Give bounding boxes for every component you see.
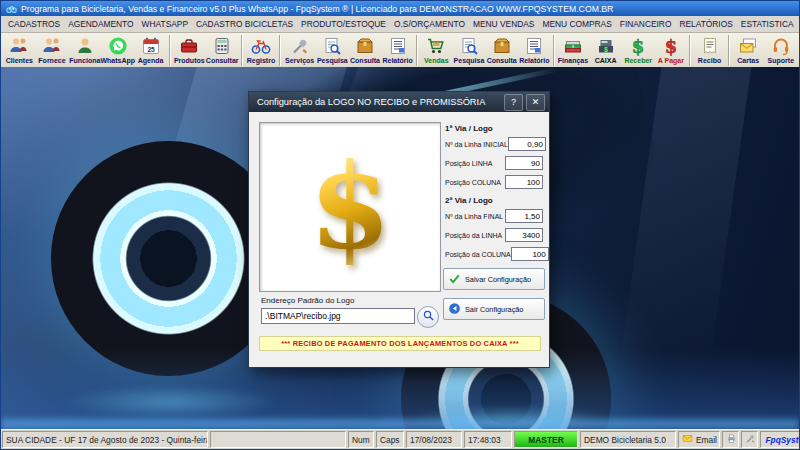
status-location-date-text: SUA CIDADE - UF 17 de Agosto de 2023 - Q… xyxy=(6,435,208,445)
check-icon xyxy=(448,272,461,287)
toolbar-fornecedores-label: Fornece xyxy=(38,57,65,64)
menu-agendamento[interactable]: AGENDAMENTO xyxy=(64,18,137,30)
window-title: Programa para Bicicletaria, Vendas e Fin… xyxy=(21,4,613,14)
status-user-text: MASTER xyxy=(528,435,563,445)
toolbar-vendas-button[interactable]: Vendas xyxy=(420,34,453,71)
toolbar-consulta-vendas-button[interactable]: Consulta xyxy=(485,34,518,71)
field-posi-o-linha-label: Posição LINHA xyxy=(445,160,492,167)
dialog-title: Configuração da LOGO NO RECIBO e PROMISS… xyxy=(257,97,501,107)
menu-whatsapp[interactable]: WHATSAPP xyxy=(138,18,192,30)
toolbar-financas-label: Finanças xyxy=(558,57,588,64)
toolbar-recibo-label: Recibo xyxy=(698,57,721,64)
toolbar-whatsapp-button[interactable]: WhatsApp xyxy=(101,34,134,71)
toolbar-servicos-label: Serviços xyxy=(285,57,314,64)
toolbar-whatsapp-label: WhatsApp xyxy=(100,57,135,64)
toolbar-separator xyxy=(416,35,418,66)
toolbar-relatorio-vendas-label: Relatório xyxy=(519,57,549,64)
toolbar-agenda-button[interactable]: 25Agenda xyxy=(134,34,167,71)
toolbar-relatorio-os-button[interactable]: Relatório xyxy=(381,34,414,71)
whatsapp-icon xyxy=(108,36,128,56)
toolbar-suporte-button[interactable]: Suporte xyxy=(764,34,797,71)
toolbar-receber-label: Receber xyxy=(624,57,652,64)
toolbar-caixa-button[interactable]: $CAIXA xyxy=(589,34,622,71)
toolbar-apagar-button[interactable]: $A Pagar xyxy=(655,34,688,71)
toolbar-recibo-button[interactable]: Recibo xyxy=(693,34,726,71)
toolbar-fornecedores-button[interactable]: Fornece xyxy=(36,34,69,71)
menu-relat-rios[interactable]: RELATÓRIOS xyxy=(675,18,736,30)
toolbar-produtos-button[interactable]: Produtos xyxy=(173,34,206,71)
field-posi-o-da-coluna-label: Posição da COLUNA xyxy=(445,251,511,258)
status-time-text: 17:48:03 xyxy=(468,435,501,445)
field-posi-o-linha-input[interactable] xyxy=(505,156,543,170)
dialog-close-button[interactable]: ✕ xyxy=(526,94,545,111)
dialog-titlebar[interactable]: Configuração da LOGO NO RECIBO e PROMISS… xyxy=(249,92,549,112)
field-posi-o-coluna-label: Posição COLUNA xyxy=(445,179,501,186)
dialog-body: $ 1ª Via / LogoNº da Linha INICIALPosiçã… xyxy=(249,112,549,367)
toolbar-consulta-vendas-label: Consulta xyxy=(487,57,517,64)
menu-menu-vendas[interactable]: MENU VENDAS xyxy=(469,18,538,30)
tools-icon xyxy=(745,433,756,446)
field-posi-o-coluna-input[interactable] xyxy=(505,175,543,189)
receipt-banner: *** RECIBO DE PAGAMENTO DOS LANÇAMENTOS … xyxy=(259,336,541,351)
email-icon xyxy=(682,433,693,446)
menu-cadastro-bicicletas[interactable]: CADASTRO BICICLETAS xyxy=(192,18,297,30)
menu-label: FINANCEIRO xyxy=(620,19,672,29)
toolbar-consulta-os-button[interactable]: Consulta xyxy=(349,34,382,71)
report-icon xyxy=(524,36,544,56)
calendar-icon: 25 xyxy=(141,36,161,56)
toolbar-pesquisa-os-label: Pesquisa xyxy=(317,57,348,64)
menu-financeiro[interactable]: FINANCEIRO xyxy=(616,18,676,30)
toolbar-apagar-label: A Pagar xyxy=(658,57,684,64)
field-posi-o-da-linha-label: Posição da LINHA xyxy=(445,232,502,239)
menu-label: CADASTROS xyxy=(8,19,60,29)
sair-configuracao-button[interactable]: Sair Configuração xyxy=(443,298,545,320)
menu-label: MENU COMPRAS xyxy=(542,19,611,29)
people-icon xyxy=(42,36,62,56)
menu-label: RELATÓRIOS xyxy=(679,19,732,29)
search-doc-icon xyxy=(459,36,479,56)
menu-label: WHATSAPP xyxy=(142,19,188,29)
toolbar-separator xyxy=(728,35,730,66)
toolbar-relatorio-os-label: Relatório xyxy=(382,57,412,64)
toolbar-cartas-button[interactable]: Cartas xyxy=(732,34,765,71)
toolbar-registro-button[interactable]: Registro xyxy=(245,34,278,71)
toolbar-clientes-button[interactable]: Clientes xyxy=(3,34,36,71)
tools-icon xyxy=(290,36,310,56)
menu-o-s-or-amento[interactable]: O.S/ORÇAMENTO xyxy=(390,18,469,30)
toolbar-relatorio-vendas-button[interactable]: Relatório xyxy=(518,34,551,71)
toolbar-consultar-button[interactable]: Consultar xyxy=(206,34,239,71)
browse-logo-button[interactable] xyxy=(417,306,439,328)
toolbar-financas-button[interactable]: $Finanças xyxy=(557,34,590,71)
toolbar-servicos-button[interactable]: Serviços xyxy=(283,34,316,71)
field-row-posi-o-coluna: Posição COLUNA xyxy=(445,175,543,189)
field-posi-o-da-linha-input[interactable] xyxy=(505,228,543,242)
toolbar-agenda-label: Agenda xyxy=(138,57,164,64)
toolbar-caixa-label: CAIXA xyxy=(595,57,617,64)
svg-text:$: $ xyxy=(632,36,645,56)
menu-label: ESTATISTICA xyxy=(741,19,794,29)
menu-menu-compras[interactable]: MENU COMPRAS xyxy=(538,18,615,30)
app-window: Programa para Bicicletaria, Vendas e Fin… xyxy=(0,0,800,450)
menu-estatistica[interactable]: ESTATISTICA xyxy=(737,18,798,30)
toolbar-pesquisa-os-button[interactable]: Pesquisa xyxy=(316,34,349,71)
dollar-green-icon: $ xyxy=(628,36,648,56)
toolbar-separator xyxy=(553,35,555,66)
toolbar-pesquisa-vendas-button[interactable]: Pesquisa xyxy=(453,34,486,71)
status-caps-lock: Caps xyxy=(376,431,404,448)
toolbar-funcionarios-button[interactable]: Funciona xyxy=(68,34,101,71)
field-posi-o-da-coluna-input[interactable] xyxy=(511,247,549,261)
statusbar: SUA CIDADE - UF 17 de Agosto de 2023 - Q… xyxy=(1,429,799,449)
salvar-configuracao-button[interactable]: Salvar Configuração xyxy=(443,268,545,290)
cashregister-icon: $ xyxy=(596,36,616,56)
status-email: Email xyxy=(678,431,720,448)
field-n-da-linha-inicial-input[interactable] xyxy=(508,137,546,151)
menu-cadastros[interactable]: CADASTROS xyxy=(4,18,64,30)
menu-produto-estoque[interactable]: PRODUTO/ESTOQUE xyxy=(297,18,390,30)
toolbar-receber-button[interactable]: $Receber xyxy=(622,34,655,71)
gold-dollar-logo: $ xyxy=(309,148,391,266)
logo-path-input[interactable] xyxy=(261,308,415,324)
dialog-help-button[interactable]: ? xyxy=(504,94,523,111)
field-n-da-linha-final-input[interactable] xyxy=(505,209,543,223)
section-heading-1-via-logo: 1ª Via / Logo xyxy=(445,124,543,133)
exit-icon xyxy=(448,302,461,317)
